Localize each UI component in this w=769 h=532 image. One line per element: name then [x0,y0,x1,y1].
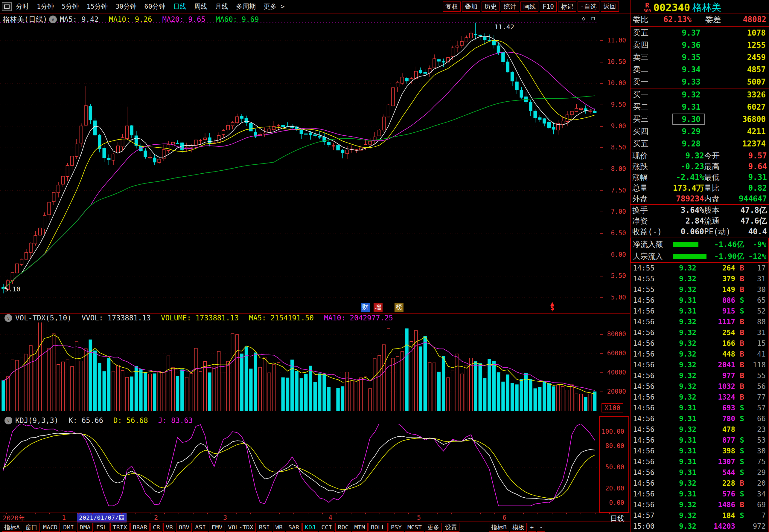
tick-row[interactable]: 14:569.31693S57 [631,403,768,413]
buy-row-买五[interactable]: 买五9.2812374 [631,137,769,150]
period-tab-月线[interactable]: 月线 [215,2,228,11]
period-tab-1分钟[interactable]: 1分钟 [37,2,54,11]
indicator-button-MCST[interactable]: MCST [405,523,424,532]
period-tab-60分钟[interactable]: 60分钟 [144,2,166,11]
tick-row[interactable]: 14:569.32166B15 [631,338,768,349]
indicator-button-DMI[interactable]: DMI [61,523,76,532]
tick-row[interactable]: 14:559.32149B30 [631,284,768,295]
sell-row-卖四[interactable]: 卖四9.361255 [631,39,769,51]
indicator-button-OBV[interactable]: OBV [176,523,192,532]
sell-row-卖五[interactable]: 卖五9.371078 [631,27,769,39]
indicator-button-FSL[interactable]: FSL [94,523,109,532]
indicator-button-MTM[interactable]: MTM [352,523,368,532]
indicator-button-BOLL[interactable]: BOLL [369,523,388,532]
toolbar-button-F10[interactable]: F10 [540,1,556,12]
badge-财[interactable]: 财 [361,303,370,312]
indicator-button-设置[interactable]: 设置 [443,523,459,532]
indicator-button-ROC[interactable]: ROC [335,523,351,532]
tick-row[interactable]: 14:569.31544S29 [631,467,768,478]
toolbar-button-画线[interactable]: 画线 [520,1,538,12]
chevron-down-icon[interactable]: ∨ [4,314,12,322]
indicator-button-模板[interactable]: 模板 [510,523,527,532]
tick-row[interactable]: 14:569.321117B88 [631,317,768,327]
indicator-button-MACD[interactable]: MACD [41,523,60,532]
indicator-button-VR[interactable]: VR [163,523,175,532]
indicator-button-WR[interactable]: WR [273,523,285,532]
tick-row[interactable]: 14:569.321486B69 [631,499,768,510]
tick-row[interactable]: 14:569.311307S75 [631,456,768,467]
selected-date[interactable]: 2021/01/07/四 [77,513,126,522]
period-tab-周线[interactable]: 周线 [194,2,207,11]
tick-row[interactable]: 14:559.32379B31 [631,273,768,284]
volume-chart[interactable] [0,322,599,416]
indicator-button-DMA[interactable]: DMA [77,523,93,532]
period-tab-更多 >[interactable]: 更多 > [264,2,285,11]
tick-row[interactable]: 15:009.3214203972 [631,521,768,532]
indicator-button-VOL-TDX[interactable]: VOL-TDX [226,523,256,532]
indicator-button-指标A[interactable]: 指标A [2,523,22,532]
tick-row[interactable]: 14:569.321324B77 [631,392,768,403]
buy-row-买一[interactable]: 买一9.323326 [631,88,769,101]
indicator-button-指标B[interactable]: 指标B [489,523,509,532]
tick-row[interactable]: 14:569.31398S30 [631,446,768,456]
tick-row[interactable]: 14:569.32448B41 [631,349,768,360]
indicator-button-CCI[interactable]: CCI [319,523,334,532]
tick-row[interactable]: 14:569.3247823 [631,424,768,435]
tick-row[interactable]: 14:569.32228B20 [631,478,768,489]
indicator-button-+[interactable]: + [527,523,536,532]
window-restore-icon[interactable] [2,2,12,11]
indicator-button-更多[interactable]: 更多 [425,523,442,532]
tick-row[interactable]: 14:569.31780S66 [631,413,768,424]
tick-row[interactable]: 14:579.32184S7 [631,510,768,521]
buy-row-买二[interactable]: 买二9.316027 [631,101,769,113]
chevron-down-icon[interactable]: ∨ [4,417,12,424]
indicator-button-RSI[interactable]: RSI [257,523,272,532]
indicator-button-ASI[interactable]: ASI [193,523,208,532]
tick-row[interactable]: 14:559.32264B17 [631,263,768,273]
indicator-button-PSY[interactable]: PSY [389,523,404,532]
sell-row-卖一[interactable]: 卖一9.335007 [631,76,769,88]
toolbar-button-标记[interactable]: 标记 [558,1,576,12]
period-tab-15分钟[interactable]: 15分钟 [87,2,108,11]
toolbar-button-返回[interactable]: 返回 [601,1,619,12]
period-tab-多周期[interactable]: 多周期 [236,2,256,11]
indicator-button-TRIX[interactable]: TRIX [110,523,129,532]
tick-row[interactable]: 14:569.32977B55 [631,370,768,381]
tick-row[interactable]: 14:569.31915S52 [631,306,768,317]
indicator-button-KDJ[interactable]: KDJ [302,523,318,532]
period-tab-30分钟[interactable]: 30分钟 [115,2,137,11]
tick-list[interactable]: 14:559.32264B1714:559.32379B3114:559.321… [631,263,769,532]
money-flag-icon[interactable]: ▲$ [550,302,554,310]
candlestick-chart[interactable]: 11.425.10 [0,13,599,313]
chevron-down-icon[interactable]: ∨ [49,16,57,23]
toolbar-button-统计[interactable]: 统计 [501,1,519,12]
badge-榜[interactable]: 榜 [395,303,403,312]
toolbar-button-复权[interactable]: 复权 [443,1,461,12]
indicator-button-窗口[interactable]: 窗口 [23,523,40,532]
tick-row[interactable]: 14:569.32254B31 [631,327,768,338]
diamond-icon[interactable]: ◇ [582,15,586,22]
toolbar-button-历史[interactable]: 历史 [481,1,499,12]
buy-row-买三[interactable]: 买三9.3036800 [631,113,769,125]
period-tab-5分钟[interactable]: 5分钟 [62,2,79,11]
tick-row[interactable]: 14:569.322041B118 [631,360,768,370]
period-tab-分时[interactable]: 分时 [16,2,29,11]
tick-row[interactable]: 14:569.321032B56 [631,381,768,392]
buy-row-买四[interactable]: 买四9.294211 [631,125,769,137]
indicator-button-SAR[interactable]: SAR [286,523,302,532]
indicator-button-EMV[interactable]: EMV [209,523,225,532]
badge-增[interactable]: 增 [374,303,383,312]
tick-row[interactable]: 14:569.31576S34 [631,489,768,499]
sell-row-卖二[interactable]: 卖二9.344857 [631,63,769,76]
indicator-button--[interactable]: - [537,523,545,532]
pane-icon[interactable]: ❐ [591,15,595,22]
indicator-button-CR[interactable]: CR [150,523,162,532]
tick-row[interactable]: 14:569.31886S65 [631,295,768,306]
toolbar-button--自选[interactable]: -自选 [578,1,600,12]
sell-row-卖三[interactable]: 卖三9.352459 [631,51,769,63]
tick-row[interactable]: 14:569.31877S53 [631,435,768,446]
period-tab-日线[interactable]: 日线 [173,2,186,11]
kdj-chart[interactable] [0,424,599,513]
toolbar-button-叠加[interactable]: 叠加 [462,1,480,12]
indicator-button-BRAR[interactable]: BRAR [130,523,149,532]
